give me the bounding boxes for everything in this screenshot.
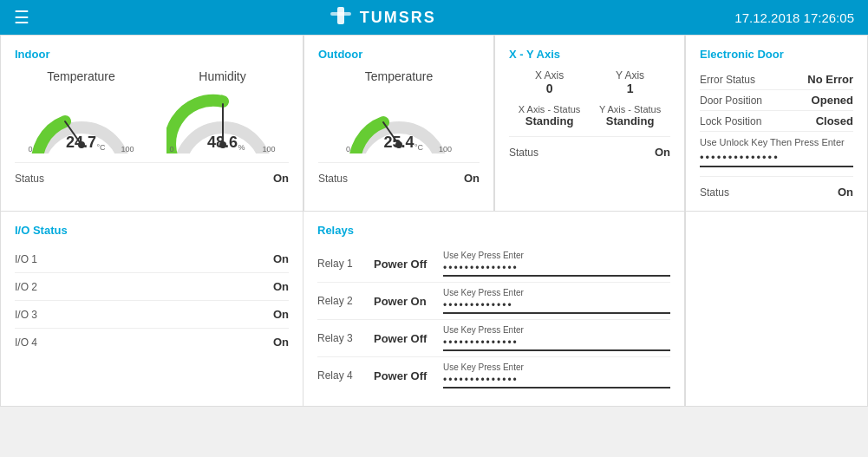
io-3-label: I/O 3: [15, 309, 37, 321]
door-position-row: Door Position Opened: [700, 90, 853, 111]
logo-graphic: [329, 5, 353, 29]
io-row-4: I/O 4 On: [15, 329, 289, 356]
door-bottom-status-value: On: [838, 186, 853, 199]
door-lock-label: Lock Position: [700, 115, 761, 127]
x-status-value: Standing: [519, 114, 581, 127]
xy-status-row: X Axis - Status Standing Y Axis - Status…: [509, 104, 670, 127]
io-1-label: I/O 1: [15, 253, 37, 265]
y-axis-label: Y Axis: [616, 69, 644, 82]
relay-row-3: Relay 3 Power Off Use Key Press Enter: [317, 320, 670, 357]
relays-title: Relays: [317, 224, 670, 237]
door-error-row: Error Status No Error: [700, 69, 853, 90]
outdoor-panel: Outdoor Temperature 25.4 °C 0 100: [303, 35, 494, 212]
relay-row-4: Relay 4 Power Off Use Key Press Enter: [317, 357, 670, 394]
empty-panel: [685, 212, 868, 407]
x-status-label: X Axis - Status: [519, 104, 581, 114]
outdoor-status-label: Status: [318, 173, 348, 185]
door-key-hint: Use Unlock Key Then Press Enter: [700, 137, 853, 147]
io-2-label: I/O 2: [15, 281, 37, 293]
main-content: Indoor Temperature 24.7 °C: [0, 35, 868, 407]
door-error-label: Error Status: [700, 74, 755, 86]
indoor-status-label: Status: [15, 173, 44, 185]
outdoor-temp-unit: °C: [414, 143, 423, 152]
io-row-3: I/O 3 On: [15, 301, 289, 329]
door-error-value: No Error: [807, 73, 853, 86]
indoor-temp-max: 100: [121, 145, 134, 153]
door-position-value: Opened: [812, 94, 853, 107]
io-row-2: I/O 2 On: [15, 273, 289, 301]
xy-panel: X - Y Axis X Axis 0 Y Axis 1 X Axis - St…: [494, 35, 685, 212]
door-key-input[interactable]: [700, 149, 853, 167]
relay-4-key-section: Use Key Press Enter: [443, 362, 670, 388]
indoor-temp-unit: °C: [97, 143, 106, 152]
relay-2-key-section: Use Key Press Enter: [443, 288, 670, 314]
outdoor-gauges: Temperature 25.4 °C 0 100: [318, 69, 480, 153]
io-row-1: I/O 1 On: [15, 245, 289, 273]
indoor-gauges: Temperature 24.7 °C 0 100: [15, 69, 289, 153]
svg-rect-1: [330, 12, 351, 16]
y-axis-value: 1: [616, 82, 644, 95]
relay-3-key-hint: Use Key Press Enter: [443, 325, 670, 335]
xy-bottom-status-row: Status On: [509, 136, 670, 159]
menu-icon[interactable]: ☰: [14, 7, 29, 28]
outdoor-status-value: On: [464, 172, 480, 185]
indoor-humidity-value: 48.6: [207, 134, 238, 152]
indoor-panel: Indoor Temperature 24.7 °C: [0, 35, 303, 212]
relay-4-key-input[interactable]: [443, 373, 670, 388]
xy-status-bottom-label: Status: [509, 147, 538, 159]
relay-2-status: Power On: [374, 295, 434, 308]
door-lock-value: Closed: [816, 114, 853, 127]
app-logo: TUMSRS: [329, 5, 436, 29]
relays-panel: Relays Relay 1 Power Off Use Key Press E…: [303, 212, 685, 407]
indoor-temp-value: 24.7: [66, 134, 96, 152]
x-axis-value: 0: [535, 82, 564, 95]
relay-4-status: Power Off: [374, 369, 434, 382]
relay-3-key-input[interactable]: [443, 336, 670, 351]
io-status-panel: I/O Status I/O 1 On I/O 2 On I/O 3 On I/…: [0, 212, 303, 407]
relay-row-1: Relay 1 Power Off Use Key Press Enter: [317, 245, 670, 283]
io-3-value: On: [273, 308, 289, 321]
electronic-door-panel: Electronic Door Error Status No Error Do…: [685, 35, 868, 212]
indoor-title: Indoor: [15, 48, 289, 61]
outdoor-temp-label: Temperature: [365, 69, 434, 83]
door-title: Electronic Door: [700, 48, 853, 61]
outdoor-status-row: Status On: [318, 162, 480, 185]
relay-1-label: Relay 1: [317, 258, 365, 270]
relay-2-label: Relay 2: [317, 295, 365, 307]
outdoor-temp-value: 25.4: [383, 134, 414, 152]
io-title: I/O Status: [15, 224, 289, 237]
indoor-temp-min: 0: [29, 145, 33, 153]
indoor-humidity-unit: %: [238, 143, 245, 152]
logo-text: TUMSRS: [360, 9, 436, 27]
door-bottom-status-label: Status: [700, 186, 729, 199]
indoor-humidity-gauge: Humidity 48.6 % 0 100: [166, 69, 279, 153]
door-status-row: Status On: [700, 176, 853, 199]
x-status-item: X Axis - Status Standing: [519, 104, 581, 127]
relay-2-key-input[interactable]: [443, 298, 670, 314]
relay-1-key-input[interactable]: [443, 261, 670, 277]
xy-values-row: X Axis 0 Y Axis 1: [509, 69, 670, 95]
indoor-temp-gauge-wrap: 24.7 °C 0 100: [25, 88, 138, 153]
y-status-value: Standing: [599, 114, 661, 127]
indoor-status-row: Status On: [15, 162, 289, 185]
indoor-humidity-gauge-wrap: 48.6 % 0 100: [166, 88, 279, 153]
x-axis-label: X Axis: [535, 69, 564, 82]
indoor-status-value: On: [273, 172, 289, 185]
indoor-humidity-label: Humidity: [199, 69, 245, 83]
relay-4-label: Relay 4: [317, 369, 365, 382]
relay-2-key-hint: Use Key Press Enter: [443, 288, 670, 297]
y-status-label: Y Axis - Status: [599, 104, 661, 114]
relay-row-2: Relay 2 Power On Use Key Press Enter: [317, 283, 670, 320]
indoor-temperature-gauge: Temperature 24.7 °C 0 100: [25, 69, 138, 153]
relay-1-status: Power Off: [374, 258, 434, 271]
indoor-humidity-min: 0: [170, 145, 174, 153]
relay-4-key-hint: Use Key Press Enter: [443, 362, 670, 372]
relay-3-status: Power Off: [374, 332, 434, 345]
io-2-value: On: [273, 280, 289, 293]
relay-3-label: Relay 3: [317, 332, 365, 344]
outdoor-temp-max: 100: [439, 145, 452, 153]
relay-1-key-hint: Use Key Press Enter: [443, 251, 670, 260]
relay-3-key-section: Use Key Press Enter: [443, 325, 670, 351]
y-axis-item: Y Axis 1: [616, 69, 644, 95]
indoor-humidity-max: 100: [262, 145, 275, 153]
